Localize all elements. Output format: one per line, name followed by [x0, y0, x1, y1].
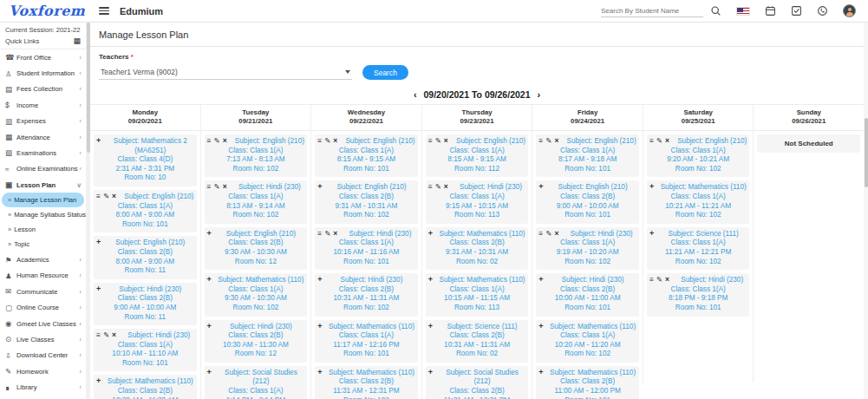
sidebar-item-student-information[interactable]: ♙Student Information‹: [0, 65, 86, 81]
add-icon[interactable]: +: [317, 275, 322, 284]
prev-week-icon[interactable]: ‹: [409, 89, 421, 100]
sidebar-item-homework[interactable]: ✎Homework‹: [0, 363, 86, 379]
add-icon[interactable]: +: [317, 368, 322, 376]
menu-icon[interactable]: ≡: [649, 275, 654, 284]
add-icon[interactable]: +: [207, 275, 212, 284]
delete-icon[interactable]: ×: [223, 182, 227, 191]
edit-icon[interactable]: ✎: [545, 136, 551, 145]
add-icon[interactable]: +: [428, 322, 433, 330]
add-icon[interactable]: +: [317, 322, 322, 330]
search-button[interactable]: Search: [362, 65, 408, 80]
menu-icon[interactable]: ≡: [649, 136, 654, 145]
delete-icon[interactable]: ×: [665, 275, 669, 284]
menu-icon[interactable]: ≡: [538, 136, 543, 145]
sidebar-item-attendance[interactable]: ▦Attendance‹: [0, 129, 86, 145]
time-text: 9:31 AM - 10:31 AM: [427, 248, 527, 258]
add-icon[interactable]: +: [428, 275, 433, 284]
sidebar-item-human-resource[interactable]: ♟Human Resource‹: [0, 268, 86, 284]
delete-icon[interactable]: ×: [223, 136, 227, 145]
grid-icon[interactable]: ▦: [73, 36, 81, 45]
whatsapp-icon[interactable]: [817, 5, 828, 16]
add-icon[interactable]: +: [649, 182, 654, 191]
add-icon[interactable]: +: [538, 322, 543, 330]
tasks-icon[interactable]: [791, 5, 802, 16]
edit-icon[interactable]: ✎: [656, 275, 662, 284]
menu-icon[interactable]: ≡: [207, 136, 212, 145]
sidebar-item-gmeet-live-classes[interactable]: ◉Gmeet Live Classes‹: [0, 316, 86, 331]
add-icon[interactable]: +: [96, 376, 101, 385]
chevron-icon: ‹: [78, 368, 82, 376]
menu-icon[interactable]: ≡: [428, 136, 433, 145]
delete-icon[interactable]: ×: [665, 136, 669, 145]
calendar-icon[interactable]: [765, 5, 776, 16]
edit-icon[interactable]: ✎: [214, 136, 220, 145]
menu-icon[interactable]: ≡: [317, 229, 322, 238]
sidebar-item-manage-syllabus-status[interactable]: »Manage Syllabus Status: [0, 207, 86, 222]
page-scrollbar[interactable]: [864, 23, 868, 399]
add-icon[interactable]: +: [96, 136, 101, 145]
add-icon[interactable]: +: [428, 368, 433, 376]
sidebar-item-front-office[interactable]: ☎Front Office‹: [0, 49, 86, 65]
menu-icon[interactable]: ≡: [317, 136, 322, 145]
delete-icon[interactable]: ×: [444, 136, 448, 145]
sidebar-item-online-examinations[interactable]: ≈Online Examinations‹: [0, 161, 86, 177]
delete-icon[interactable]: ×: [554, 229, 558, 238]
subject-text: Subject: Mathematics (110): [427, 276, 527, 285]
edit-icon[interactable]: ✎: [103, 330, 109, 339]
sidebar-item-online-course[interactable]: ▢Online Course‹: [0, 300, 86, 316]
sidebar-item-academics[interactable]: ⚑Academics‹: [0, 252, 86, 267]
delete-icon[interactable]: ×: [333, 229, 337, 238]
sidebar-item-download-center[interactable]: ⇩Download Center‹: [0, 348, 86, 363]
edit-icon[interactable]: ✎: [545, 229, 551, 238]
delete-icon[interactable]: ×: [444, 182, 448, 191]
hamburger-menu-icon[interactable]: [99, 7, 109, 15]
add-icon[interactable]: +: [96, 238, 101, 246]
add-icon[interactable]: +: [207, 229, 212, 238]
add-icon[interactable]: +: [538, 368, 543, 376]
sidebar-item-inventory[interactable]: ⊞Inventory‹: [0, 396, 86, 399]
menu-icon[interactable]: ≡: [96, 192, 101, 200]
delete-icon[interactable]: ×: [112, 330, 116, 339]
add-icon[interactable]: +: [207, 368, 212, 376]
add-icon[interactable]: +: [96, 285, 101, 293]
sidebar-item-fees-collection[interactable]: ▤Fees Collection‹: [0, 82, 86, 97]
add-icon[interactable]: +: [428, 229, 433, 238]
add-icon[interactable]: +: [649, 229, 654, 238]
sidebar-item-expenses[interactable]: ▥Expenses‹: [0, 114, 86, 129]
room-text: Room No: 102: [538, 258, 637, 267]
add-icon[interactable]: +: [538, 275, 543, 284]
edit-icon[interactable]: ✎: [214, 182, 220, 191]
language-flag-icon[interactable]: [736, 7, 750, 16]
edit-icon[interactable]: ✎: [656, 136, 662, 145]
edit-icon[interactable]: ✎: [324, 136, 330, 145]
edit-icon[interactable]: ✎: [435, 136, 441, 145]
sidebar-item-examinations[interactable]: ▧Examinations‹: [0, 145, 86, 160]
add-icon[interactable]: +: [207, 322, 212, 330]
add-icon[interactable]: +: [538, 182, 543, 191]
sidebar-item-manage-lesson-plan[interactable]: »Manage Lesson Plan: [2, 193, 84, 207]
menu-icon[interactable]: ≡: [538, 229, 543, 238]
sidebar-item-income[interactable]: $Income‹: [0, 97, 86, 113]
sidebar-item-topic[interactable]: »Topic: [0, 237, 86, 252]
teacher-select[interactable]: Teacher1 Verma (9002): [99, 65, 352, 80]
next-week-icon[interactable]: ›: [532, 89, 545, 100]
quick-links[interactable]: Quick Links ▦: [0, 35, 86, 49]
edit-icon[interactable]: ✎: [103, 192, 109, 200]
menu-icon[interactable]: ≡: [207, 182, 212, 191]
menu-icon[interactable]: ≡: [428, 182, 433, 191]
edit-icon[interactable]: ✎: [435, 182, 441, 191]
sidebar-item-communicate[interactable]: ✉Communicate‹: [0, 284, 86, 299]
sidebar-item-live-classes[interactable]: ⊙Live Classes‹: [0, 331, 86, 347]
user-avatar[interactable]: [843, 4, 856, 17]
search-icon[interactable]: [710, 5, 721, 16]
student-search-input[interactable]: [601, 5, 703, 17]
delete-icon[interactable]: ×: [112, 192, 116, 200]
delete-icon[interactable]: ×: [333, 136, 337, 145]
sidebar-item-lesson-plan[interactable]: ▣Lesson Plan∨: [0, 177, 86, 193]
menu-icon[interactable]: ≡: [96, 330, 101, 339]
sidebar-item-lesson[interactable]: »Lesson: [0, 222, 86, 237]
edit-icon[interactable]: ✎: [324, 229, 330, 238]
delete-icon[interactable]: ×: [554, 136, 558, 145]
add-icon[interactable]: +: [317, 182, 322, 191]
sidebar-item-library[interactable]: ∎Library‹: [0, 379, 86, 395]
